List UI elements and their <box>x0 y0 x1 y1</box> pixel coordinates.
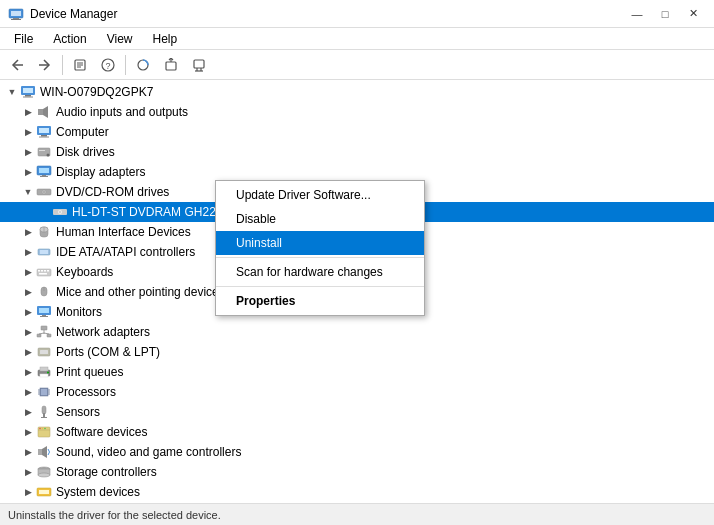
toolbar-sep-1 <box>62 55 63 75</box>
expander-ide[interactable]: ▶ <box>20 244 36 260</box>
expander-processors[interactable]: ▶ <box>20 384 36 400</box>
expander-software[interactable]: ▶ <box>20 424 36 440</box>
svg-marker-24 <box>43 106 48 118</box>
svg-rect-48 <box>38 270 40 272</box>
ctx-uninstall[interactable]: Uninstall <box>216 231 424 255</box>
dvd-icon <box>36 184 52 200</box>
status-text: Uninstalls the driver for the selected d… <box>8 509 221 521</box>
ctx-properties[interactable]: Properties <box>216 289 424 313</box>
svg-rect-69 <box>40 374 48 377</box>
tree-item-system[interactable]: ▶ System devices <box>0 482 714 502</box>
update-button[interactable] <box>158 53 184 77</box>
expander-storage[interactable]: ▶ <box>20 464 36 480</box>
disk-label: Disk drives <box>56 145 115 159</box>
toolbar: ? <box>0 50 714 80</box>
expander-sensors[interactable]: ▶ <box>20 404 36 420</box>
hid-label: Human Interface Devices <box>56 225 191 239</box>
ctx-scan-label: Scan for hardware changes <box>236 265 383 279</box>
svg-rect-58 <box>40 316 48 317</box>
svg-rect-15 <box>194 60 204 68</box>
svg-rect-23 <box>38 109 43 115</box>
svg-line-63 <box>39 333 44 334</box>
tree-item-sensors[interactable]: ▶ Sensors <box>0 402 714 422</box>
system-icon <box>36 484 52 500</box>
expander-network[interactable]: ▶ <box>20 324 36 340</box>
maximize-button[interactable]: □ <box>652 4 678 24</box>
menu-bar: File Action View Help <box>0 28 714 50</box>
keyboards-label: Keyboards <box>56 265 113 279</box>
expander-print[interactable]: ▶ <box>20 364 36 380</box>
audio-icon <box>36 104 52 120</box>
ctx-scan[interactable]: Scan for hardware changes <box>216 260 424 284</box>
expander-hid[interactable]: ▶ <box>20 224 36 240</box>
expander-ports[interactable]: ▶ <box>20 344 36 360</box>
svg-rect-60 <box>37 334 41 337</box>
app-icon <box>8 6 24 22</box>
tree-item-audio[interactable]: ▶ Audio inputs and outputs <box>0 102 714 122</box>
menu-help[interactable]: Help <box>143 30 188 48</box>
print-icon <box>36 364 52 380</box>
expander-display[interactable]: ▶ <box>20 164 36 180</box>
expander-mice[interactable]: ▶ <box>20 284 36 300</box>
svg-line-64 <box>44 333 49 334</box>
tree-item-usb[interactable]: ▶ Universal Serial Bus controllers <box>0 502 714 503</box>
forward-button[interactable] <box>32 53 58 77</box>
title-bar: Device Manager — □ ✕ <box>0 0 714 28</box>
svg-point-86 <box>44 428 46 430</box>
toolbar-sep-2 <box>125 55 126 75</box>
expander-root[interactable]: ▼ <box>4 84 20 100</box>
ctx-disable[interactable]: Disable <box>216 207 424 231</box>
svg-text:?: ? <box>105 61 110 71</box>
tree-item-sound[interactable]: ▶ Sound, video and game controllers <box>0 442 714 462</box>
expander-disk[interactable]: ▶ <box>20 144 36 160</box>
expander-dvd[interactable]: ▼ <box>20 184 36 200</box>
disk-icon <box>36 144 52 160</box>
ctx-update-driver-label: Update Driver Software... <box>236 188 371 202</box>
tree-item-root[interactable]: ▼ WIN-O079DQ2GPK7 <box>0 82 714 102</box>
expander-keyboards[interactable]: ▶ <box>20 264 36 280</box>
tree-item-disk[interactable]: ▶ Disk drives <box>0 142 714 162</box>
close-button[interactable]: ✕ <box>680 4 706 24</box>
storage-icon <box>36 464 52 480</box>
svg-rect-56 <box>39 308 49 313</box>
system-label: System devices <box>56 485 140 499</box>
computer-sm-icon <box>36 124 52 140</box>
window-title: Device Manager <box>30 7 117 21</box>
tree-item-network[interactable]: ▶ Network adapters <box>0 322 714 342</box>
expander-monitors[interactable]: ▶ <box>20 304 36 320</box>
back-button[interactable] <box>4 53 30 77</box>
drive-icon <box>52 204 68 220</box>
expander-sound[interactable]: ▶ <box>20 444 36 460</box>
ctx-update-driver[interactable]: Update Driver Software... <box>216 183 424 207</box>
tree-item-ports[interactable]: ▶ Ports (COM & LPT) <box>0 342 714 362</box>
print-label: Print queues <box>56 365 123 379</box>
window-controls: — □ ✕ <box>624 4 706 24</box>
expander-computer[interactable]: ▶ <box>20 124 36 140</box>
help-button[interactable]: ? <box>95 53 121 77</box>
scan-button[interactable] <box>130 53 156 77</box>
menu-file[interactable]: File <box>4 30 43 48</box>
ctx-disable-label: Disable <box>236 212 276 226</box>
tree-item-print[interactable]: ▶ Print queues <box>0 362 714 382</box>
expander-audio[interactable]: ▶ <box>20 104 36 120</box>
context-menu: Update Driver Software... Disable Uninst… <box>215 180 425 316</box>
tree-item-display[interactable]: ▶ Display adapters <box>0 162 714 182</box>
tree-item-storage[interactable]: ▶ Storage controllers <box>0 462 714 482</box>
monitors-label: Monitors <box>56 305 102 319</box>
storage-label: Storage controllers <box>56 465 157 479</box>
minimize-button[interactable]: — <box>624 4 650 24</box>
display-icon <box>36 164 52 180</box>
svg-point-41 <box>59 211 61 213</box>
tree-item-computer[interactable]: ▶ Computer <box>0 122 714 142</box>
monitor-icon <box>36 304 52 320</box>
svg-rect-35 <box>40 176 48 177</box>
tree-item-software[interactable]: ▶ Software devices <box>0 422 714 442</box>
tree-item-processors[interactable]: ▶ Processors <box>0 382 714 402</box>
svg-rect-46 <box>40 250 48 254</box>
expander-system[interactable]: ▶ <box>20 484 36 500</box>
menu-action[interactable]: Action <box>43 30 96 48</box>
properties-button[interactable] <box>67 53 93 77</box>
uninstall-button[interactable] <box>186 53 212 77</box>
sensors-label: Sensors <box>56 405 100 419</box>
menu-view[interactable]: View <box>97 30 143 48</box>
